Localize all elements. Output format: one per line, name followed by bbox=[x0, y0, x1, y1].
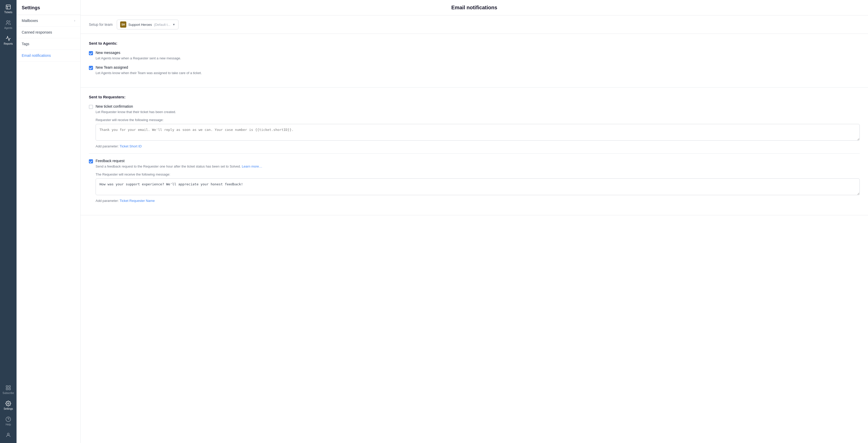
sidebar-icon-help[interactable]: Help bbox=[0, 413, 17, 429]
message-textarea-feedback[interactable] bbox=[96, 178, 860, 195]
sidebar-icon-profile[interactable] bbox=[0, 429, 17, 441]
notification-title-new-team-assigned: New Team assigned bbox=[96, 65, 128, 69]
team-avatar: SH bbox=[120, 22, 126, 28]
settings-nav-mailboxes[interactable]: Mailboxes › bbox=[17, 15, 80, 27]
team-name: Support Heroes bbox=[128, 23, 152, 27]
sidebar-icon-subscribe[interactable]: Subscribe bbox=[0, 382, 17, 398]
team-selector-label: Setup for team bbox=[89, 23, 113, 27]
message-section-feedback: The Requester will receive the following… bbox=[96, 172, 860, 203]
ticket-requester-name-link[interactable]: Ticket Requester Name bbox=[120, 199, 155, 203]
settings-nav-tags[interactable]: Tags bbox=[17, 38, 80, 50]
notification-item-feedback-request: Feedback request Send a feedback request… bbox=[89, 159, 860, 203]
message-label-new-ticket: Requester will receive the following mes… bbox=[96, 118, 860, 122]
learn-more-link[interactable]: Learn more… bbox=[242, 165, 262, 168]
notification-title-new-ticket: New ticket confirmation bbox=[96, 104, 133, 108]
main-header: Email notifications bbox=[81, 0, 868, 15]
page-title: Email notifications bbox=[89, 5, 860, 10]
settings-sidebar-title: Settings bbox=[17, 0, 80, 15]
icon-sidebar: Tickets Agents Reports bbox=[0, 0, 17, 443]
svg-rect-2 bbox=[6, 386, 8, 387]
message-textarea-new-ticket[interactable] bbox=[96, 124, 860, 141]
svg-rect-5 bbox=[9, 388, 10, 390]
svg-point-6 bbox=[7, 403, 9, 404]
icon-sidebar-bottom: Subscribe Settings Help bbox=[0, 382, 17, 443]
main-content: Email notifications Setup for team SH Su… bbox=[81, 0, 868, 443]
team-selector-button[interactable]: SH Support Heroes (Default t... ▼ bbox=[117, 20, 179, 29]
checkbox-new-ticket-confirmation[interactable] bbox=[89, 105, 93, 109]
settings-sidebar: Settings Mailboxes › Canned responses Ta… bbox=[17, 0, 81, 443]
notification-header-new-team-assigned: New Team assigned bbox=[89, 65, 860, 70]
sidebar-icon-agents[interactable]: Agents bbox=[0, 17, 17, 33]
notification-item-new-messages: New messages Let Agents know when a Requ… bbox=[89, 50, 860, 60]
svg-rect-0 bbox=[6, 5, 10, 9]
notification-desc-feedback: Send a feedback request to the Requester… bbox=[96, 165, 860, 168]
settings-nav-canned-responses[interactable]: Canned responses bbox=[17, 27, 80, 38]
notification-desc-new-ticket: Let Requester know that their ticket has… bbox=[96, 110, 860, 114]
notification-item-new-team-assigned: New Team assigned Let Agents know when t… bbox=[89, 65, 860, 75]
notification-title-feedback: Feedback request bbox=[96, 159, 125, 163]
notification-title-new-messages: New messages bbox=[96, 50, 120, 55]
team-default-label: (Default t... bbox=[154, 23, 170, 27]
svg-point-1 bbox=[7, 21, 8, 23]
sidebar-icon-reports[interactable]: Reports bbox=[0, 33, 17, 48]
sidebar-icon-inbox[interactable]: Tickets bbox=[0, 0, 17, 17]
icon-sidebar-top: Tickets Agents Reports bbox=[0, 0, 17, 382]
sent-to-requesters-title: Sent to Requesters: bbox=[89, 95, 860, 99]
checkbox-new-team-assigned[interactable] bbox=[89, 66, 93, 70]
notification-item-new-ticket-confirmation: New ticket confirmation Let Requester kn… bbox=[89, 104, 860, 148]
notification-header-feedback: Feedback request bbox=[89, 159, 860, 163]
add-parameter-feedback: Add parameter: Ticket Requester Name bbox=[96, 199, 860, 203]
ticket-short-id-link[interactable]: Ticket Short ID bbox=[120, 144, 142, 148]
svg-point-7 bbox=[6, 417, 10, 421]
sidebar-icon-settings[interactable]: Settings bbox=[0, 398, 17, 413]
dropdown-arrow-icon: ▼ bbox=[172, 23, 175, 26]
sent-to-agents-section: Sent to Agents: New messages Let Agents … bbox=[81, 34, 868, 88]
notification-desc-new-messages: Let Agents know when a Requester sent a … bbox=[96, 56, 860, 60]
chevron-right-icon: › bbox=[74, 19, 75, 23]
add-parameter-new-ticket: Add parameter: Ticket Short ID bbox=[96, 144, 860, 148]
sent-to-requesters-section: Sent to Requesters: New ticket confirmat… bbox=[81, 88, 868, 215]
svg-rect-4 bbox=[6, 388, 8, 390]
notification-header-new-messages: New messages bbox=[89, 50, 860, 55]
notification-desc-new-team-assigned: Let Agents know when their Team was assi… bbox=[96, 71, 860, 75]
team-selector-bar: Setup for team SH Support Heroes (Defaul… bbox=[81, 15, 868, 34]
message-label-feedback: The Requester will receive the following… bbox=[96, 172, 860, 176]
notification-header-new-ticket: New ticket confirmation bbox=[89, 104, 860, 109]
settings-nav-email-notifications[interactable]: Email notifications bbox=[17, 50, 80, 62]
checkbox-new-messages[interactable] bbox=[89, 51, 93, 55]
sent-to-agents-title: Sent to Agents: bbox=[89, 41, 860, 45]
svg-point-9 bbox=[7, 433, 9, 435]
svg-rect-3 bbox=[9, 386, 10, 387]
message-section-new-ticket: Requester will receive the following mes… bbox=[96, 118, 860, 148]
checkbox-feedback-request[interactable] bbox=[89, 159, 93, 163]
